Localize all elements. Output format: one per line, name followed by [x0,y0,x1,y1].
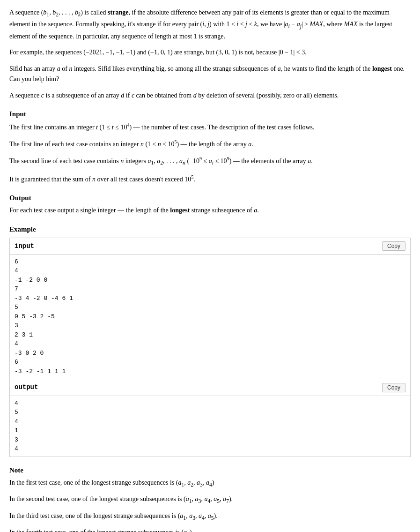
input-line2: The first line of each test case contain… [9,138,411,150]
copy-output-button[interactable]: Copy [382,383,405,392]
input-content: 6 4 -1 -2 0 0 7 -3 4 -2 0 -4 6 1 5 0 5 -… [10,255,410,379]
input-line1: The first line contains an integer t (1 … [9,121,411,133]
intro-para2: For example, the sequences (−2021, −1, −… [9,47,411,58]
example-label: Example [9,224,411,235]
input-line4: It is guaranteed that the sum of n over … [9,173,411,185]
note-para1: In the first test case, one of the longe… [9,478,411,489]
output-block: output Copy 4 5 4 1 3 4 [9,379,411,457]
intro-para4: A sequence c is a subsequence of an arra… [9,90,411,101]
input-section: Input The first line contains an integer… [9,108,411,185]
output-title: Output [9,192,411,203]
output-content: 4 5 4 1 3 4 [10,396,410,457]
output-section: Output For each test case output a singl… [9,192,411,216]
input-header: input Copy [10,238,410,255]
problem-statement: A sequence (b1, b2, . . . , bk) is calle… [9,7,411,532]
note-para3: In the third test case, one of the longe… [9,511,411,523]
example-section: Example input Copy 6 4 -1 -2 0 0 7 -3 4 … [9,224,411,457]
note-section: Note In the first test case, one of the … [9,465,411,532]
note-para2: In the second test case, one of the long… [9,494,411,506]
note-para4: In the fourth test case, one of the long… [9,527,411,532]
output-header: output Copy [10,379,410,396]
intro-para3: Sifid has an array a of n integers. Sifi… [9,64,411,85]
intro-para1: A sequence (b1, b2, . . . , bk) is calle… [9,7,411,42]
input-block: input Copy 6 4 -1 -2 0 0 7 -3 4 -2 0 -4 … [9,238,411,380]
note-title: Note [9,465,411,476]
output-header-label: output [15,382,38,392]
input-title: Input [9,108,411,120]
output-line1: For each test case output a single integ… [9,205,411,216]
copy-input-button[interactable]: Copy [382,241,405,251]
input-header-label: input [15,241,34,251]
input-line3: The second line of each test case contai… [9,155,411,168]
